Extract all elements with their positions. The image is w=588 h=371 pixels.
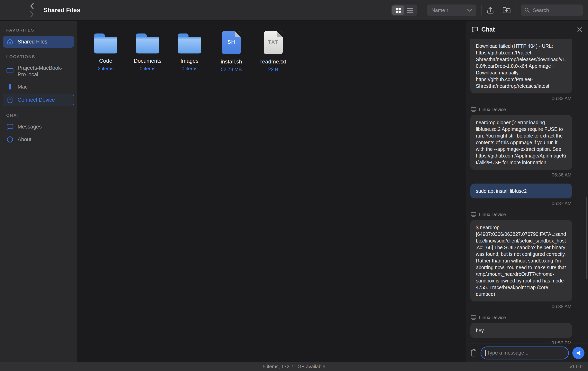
- message-input[interactable]: Type a message...: [481, 347, 569, 360]
- app-version: v1.0.0: [570, 364, 583, 370]
- file-type-badge: SH: [227, 39, 235, 54]
- file-grid: Code 2 items Documents 0 items Images 0 …: [85, 31, 466, 72]
- search-placeholder: Search: [533, 7, 549, 13]
- toolbar-separator: [481, 5, 482, 15]
- clipboard-icon[interactable]: [470, 349, 477, 357]
- sender-name: Linux Device: [479, 107, 506, 112]
- message-timestamp: 01:57 PM: [471, 340, 572, 344]
- sort-dropdown[interactable]: Name ↑: [427, 4, 476, 16]
- status-bar: 5 items, 172.71 GB available v1.0.0: [0, 362, 588, 371]
- file-item-readme-txt[interactable]: TXT readme.txt 22 B: [252, 31, 294, 72]
- chat-message-peer: hey: [470, 323, 572, 338]
- chat-close-button[interactable]: [577, 27, 583, 32]
- file-name: Images: [180, 58, 199, 64]
- message-timestamp: 06:36 AM: [471, 172, 572, 178]
- chat-input-row: Type a message...: [466, 344, 588, 362]
- file-meta: 0 items: [182, 66, 198, 72]
- home-icon: [6, 38, 14, 45]
- monitor-icon: [471, 107, 476, 112]
- section-label: LOCATIONS: [3, 54, 74, 59]
- app-body: FAVORITES Shared Files LOCATIONS Prajeet…: [0, 21, 588, 362]
- message-timestamp: 06:33 AM: [471, 96, 572, 101]
- file-meta: 52.78 MB: [221, 67, 242, 72]
- chat-bubble-icon: [6, 123, 14, 130]
- sidebar-item-connect-device[interactable]: Connect Device: [3, 94, 74, 106]
- back-button[interactable]: [29, 3, 34, 9]
- chat-message-peer: neardrop dlopen(): error loading libfuse…: [470, 115, 572, 170]
- nav-arrows: [29, 3, 34, 17]
- message-sender: Linux Device: [471, 315, 572, 320]
- search-input[interactable]: Search: [521, 4, 583, 16]
- text-file-icon: TXT: [264, 31, 283, 54]
- search-icon: [524, 7, 530, 13]
- sidebar-item-label: About: [18, 136, 32, 143]
- view-toggle: [391, 4, 417, 16]
- forward-button[interactable]: [29, 11, 34, 17]
- list-view-button[interactable]: [404, 5, 416, 15]
- send-button[interactable]: [572, 347, 585, 359]
- status-summary: 5 items, 172.71 GB available: [263, 364, 325, 370]
- display-icon: [6, 68, 14, 75]
- folder-plus-icon: [502, 6, 511, 14]
- info-icon: [6, 136, 14, 143]
- folder-icon: [94, 33, 117, 54]
- list-icon: [407, 7, 413, 13]
- close-icon: [577, 27, 583, 32]
- message-sender: Linux Device: [471, 107, 572, 112]
- page-title: Shared Files: [43, 7, 80, 14]
- chat-message-self: sudo apt install libfuse2: [470, 184, 572, 198]
- sidebar-item-messages[interactable]: Messages: [3, 121, 74, 132]
- folder-icon: [178, 33, 201, 54]
- device-dots-icon: [6, 84, 14, 90]
- sender-name: Linux Device: [479, 315, 506, 320]
- sidebar-item-label: Shared Files: [18, 39, 47, 45]
- sidebar-item-about[interactable]: About: [3, 134, 74, 145]
- sidebar-section-chat: CHAT Messages About: [3, 113, 74, 145]
- chat-panel: Chat Download failed (HTTP 404) · URL: h…: [466, 21, 588, 362]
- file-item-install-sh[interactable]: SH install.sh 52.78 MB: [210, 31, 252, 72]
- upload-button[interactable]: [486, 6, 494, 14]
- paper-plane-icon: [575, 350, 582, 356]
- message-timestamp: 06:38 AM: [471, 304, 572, 309]
- message-timestamp: 06:37 AM: [471, 201, 572, 206]
- file-meta: 2 items: [98, 66, 114, 72]
- file-name: Documents: [134, 58, 161, 64]
- chat-header: Chat: [466, 21, 588, 39]
- monitor-icon: [471, 212, 476, 217]
- file-area: Code 2 items Documents 0 items Images 0 …: [77, 21, 466, 362]
- chevron-down-icon: [467, 9, 472, 12]
- sidebar-item-label: Connect Device: [18, 97, 55, 103]
- folder-icon: [136, 33, 159, 54]
- new-folder-button[interactable]: [502, 6, 511, 14]
- app-window: Shared Files Name ↑: [0, 0, 588, 371]
- sidebar-item-shared-files[interactable]: Shared Files: [3, 36, 74, 48]
- file-name: install.sh: [221, 59, 242, 65]
- file-item-code[interactable]: Code 2 items: [85, 31, 127, 72]
- toolbar-controls: Name ↑ Search: [391, 4, 583, 16]
- file-meta: 0 items: [140, 66, 156, 72]
- toolbar-separator: [515, 5, 516, 15]
- chat-message-list[interactable]: Download failed (HTTP 404) · URL: https:…: [466, 39, 588, 344]
- message-input-placeholder: Type a message...: [487, 350, 528, 356]
- chat-scrollbar-thumb[interactable]: [586, 197, 588, 279]
- section-label: FAVORITES: [3, 28, 74, 33]
- monitor-icon: [471, 315, 476, 320]
- sidebar-item-label: Messages: [18, 124, 42, 130]
- file-type-badge: TXT: [268, 39, 279, 54]
- grid-icon: [395, 7, 401, 13]
- toolbar-actions: [486, 6, 511, 14]
- file-item-images[interactable]: Images 0 items: [168, 31, 210, 72]
- file-meta: 22 B: [268, 67, 278, 72]
- sidebar-section-locations: LOCATIONS Prajeets-MacBook-Pro.local Mac: [3, 54, 74, 106]
- sidebar-item-mac[interactable]: Mac: [3, 81, 74, 92]
- grid-view-button[interactable]: [392, 5, 404, 15]
- file-name: readme.txt: [260, 59, 286, 65]
- sort-dropdown-label: Name ↑: [431, 7, 449, 13]
- chat-title: Chat: [481, 26, 495, 33]
- section-label: CHAT: [3, 113, 74, 118]
- sidebar-item-local-device[interactable]: Prajeets-MacBook-Pro.local: [3, 63, 74, 80]
- chat-message-peer: $ neardrop [64907:0306/063827.076790:FAT…: [470, 220, 572, 301]
- chat-message-peer: Download failed (HTTP 404) · URL: https:…: [470, 39, 572, 93]
- file-item-documents[interactable]: Documents 0 items: [127, 31, 168, 72]
- toolbar-separator: [422, 5, 422, 15]
